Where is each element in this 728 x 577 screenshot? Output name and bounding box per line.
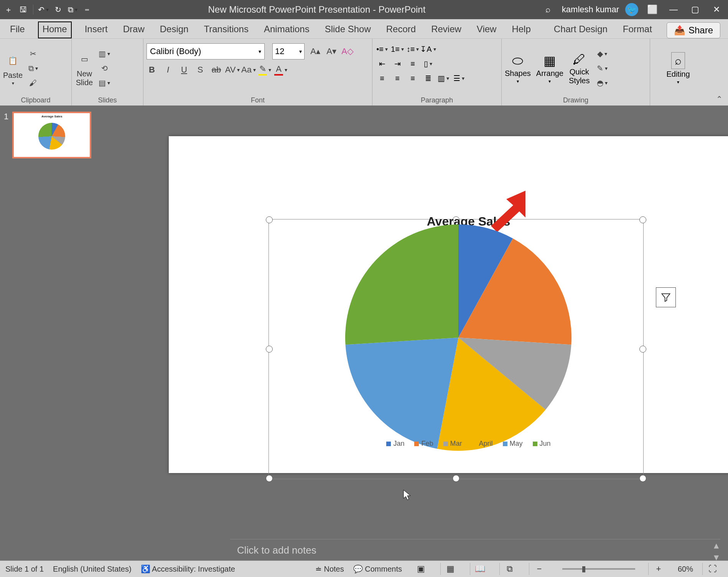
tab-record[interactable]: Record <box>384 22 418 38</box>
reset-icon[interactable]: ⟲ <box>97 62 112 75</box>
new-slide-button[interactable]: ▭ New Slide <box>75 49 94 87</box>
text-direction-icon[interactable]: ↧A <box>422 43 435 55</box>
line-spacing-icon[interactable]: ↕≡ <box>406 43 419 55</box>
zoom-slider-thumb[interactable] <box>582 566 585 572</box>
underline-button[interactable]: U <box>179 63 189 76</box>
chart-filter-button[interactable] <box>656 287 676 307</box>
slide-canvas[interactable]: Average Sales JanFebMarAprilMayJun <box>169 136 728 473</box>
legend-item-april[interactable]: April <box>472 440 493 448</box>
align-center-icon[interactable]: ≡ <box>391 73 404 84</box>
tab-chart-design[interactable]: Chart Design <box>552 22 610 38</box>
columns-icon[interactable]: ▥ <box>437 73 450 84</box>
arrange-button[interactable]: ▦ Arrange ▾ <box>536 53 563 84</box>
cut-icon[interactable]: ✂ <box>26 47 40 60</box>
justify-icon[interactable]: ≣ <box>422 73 435 84</box>
outdent-icon[interactable]: ≡ <box>406 58 419 69</box>
change-case-button[interactable]: Aa <box>243 63 254 76</box>
strikethrough-button[interactable]: ab <box>211 63 222 76</box>
status-language[interactable]: English (United States) <box>53 565 132 574</box>
layout-icon[interactable]: ▥ <box>97 47 112 60</box>
undo-button[interactable]: ↶ <box>37 3 49 16</box>
resize-handle-e[interactable] <box>639 346 646 353</box>
tab-help[interactable]: Help <box>509 22 533 38</box>
tab-home[interactable]: Home <box>38 21 72 38</box>
normal-view-icon[interactable]: ▣ <box>411 563 431 575</box>
align-right-icon[interactable]: ≡ <box>406 73 419 84</box>
resize-handle-se[interactable] <box>639 475 646 482</box>
slideshow-view-icon[interactable]: ⧉ <box>499 563 520 575</box>
chart-legend[interactable]: JanFebMarAprilMayJun <box>169 440 728 448</box>
tab-format[interactable]: Format <box>621 22 654 38</box>
increase-font-icon[interactable]: A▴ <box>310 45 321 58</box>
tab-slideshow[interactable]: Slide Show <box>323 22 373 38</box>
format-painter-icon[interactable]: 🖌 <box>26 76 40 89</box>
copy-icon[interactable]: ⧉ <box>26 62 40 75</box>
quick-styles-button[interactable]: 🖊 Quick Styles <box>569 52 590 85</box>
font-size-selector[interactable]: 12▾ <box>272 43 305 59</box>
tab-file[interactable]: File <box>8 22 27 38</box>
close-button[interactable]: ✕ <box>709 2 724 17</box>
decrease-font-icon[interactable]: A▾ <box>326 45 337 58</box>
maximize-button[interactable]: ▢ <box>687 2 703 17</box>
paste-button[interactable]: 📋 Paste ▾ <box>3 51 23 86</box>
scroll-up-icon[interactable]: ▴ <box>714 539 719 551</box>
font-name-selector[interactable]: Calibri (Body)▾ <box>147 43 265 59</box>
start-from-beginning-icon[interactable]: ⧉ <box>66 3 79 16</box>
autosave-toggle-icon[interactable]: ＋ <box>2 3 15 16</box>
tab-design[interactable]: Design <box>158 22 191 38</box>
tab-draw[interactable]: Draw <box>121 22 147 38</box>
ribbon-display-options-icon[interactable]: ⬜ <box>644 2 660 17</box>
fit-to-window-icon[interactable]: ⛶ <box>702 563 723 575</box>
legend-item-feb[interactable]: Feb <box>414 440 433 448</box>
shape-fill-icon[interactable]: ◆ <box>595 47 609 60</box>
increase-indent-icon[interactable]: ⇥ <box>391 58 404 69</box>
numbering-icon[interactable]: 1≡ <box>391 43 404 55</box>
minimize-button[interactable]: — <box>666 2 681 17</box>
shapes-button[interactable]: ⬭ Shapes ▾ <box>505 53 531 84</box>
zoom-level[interactable]: 60% <box>678 565 693 574</box>
slide-sorter-view-icon[interactable]: ▦ <box>440 563 461 575</box>
shape-outline-icon[interactable]: ✎ <box>595 62 609 75</box>
resize-handle-w[interactable] <box>266 346 273 353</box>
italic-button[interactable]: I <box>163 63 173 76</box>
decrease-indent-icon[interactable]: ⇤ <box>376 58 389 69</box>
tab-review[interactable]: Review <box>429 22 464 38</box>
legend-item-mar[interactable]: Mar <box>443 440 462 448</box>
tab-animations[interactable]: Animations <box>262 22 312 38</box>
legend-item-jan[interactable]: Jan <box>386 440 404 448</box>
section-icon[interactable]: ▤ <box>97 76 112 89</box>
zoom-in-button[interactable]: + <box>648 563 669 575</box>
status-slide-count[interactable]: Slide 1 of 1 <box>5 565 44 574</box>
char-spacing-button[interactable]: AV <box>227 63 238 76</box>
zoom-slider[interactable] <box>562 568 635 570</box>
shape-effects-icon[interactable]: ◓ <box>595 76 609 89</box>
shadow-button[interactable]: S <box>195 63 206 76</box>
search-icon[interactable]: ⌕ <box>540 2 556 17</box>
reading-view-icon[interactable]: 📖 <box>470 563 490 575</box>
scroll-down-icon[interactable]: ▾ <box>714 551 719 561</box>
customize-qat-icon[interactable]: ═ <box>81 3 93 16</box>
notes-pane[interactable]: Click to add notes ▴ ▾ <box>230 539 720 561</box>
clear-formatting-icon[interactable]: A◇ <box>342 45 353 58</box>
pie-chart[interactable] <box>345 224 572 451</box>
tab-insert[interactable]: Insert <box>82 22 110 38</box>
align-left-icon[interactable]: ≡ <box>376 73 389 84</box>
legend-item-may[interactable]: May <box>503 440 523 448</box>
tab-view[interactable]: View <box>474 22 499 38</box>
resize-handle-s[interactable] <box>453 475 460 482</box>
save-icon[interactable]: 🖫 <box>17 3 29 16</box>
font-color-button[interactable]: A <box>275 63 286 76</box>
notes-toggle-button[interactable]: ≐ Notes <box>315 564 344 574</box>
user-name[interactable]: kamlesh kumar <box>562 5 619 15</box>
collapse-ribbon-icon[interactable]: ⌃ <box>716 94 723 104</box>
bullets-icon[interactable]: •≡ <box>376 43 389 55</box>
share-button[interactable]: 📤 Share <box>667 22 720 38</box>
slide-thumbnail-1[interactable]: Average Sales <box>12 112 91 158</box>
user-avatar-icon[interactable]: 🐦 <box>625 3 638 16</box>
zoom-out-button[interactable]: − <box>529 563 549 575</box>
highlight-color-button[interactable]: ✎ <box>259 63 270 76</box>
smartart-convert-icon[interactable]: ☰ <box>452 73 465 84</box>
bold-button[interactable]: B <box>147 63 157 76</box>
legend-item-jun[interactable]: Jun <box>533 440 551 448</box>
redo-button[interactable]: ↻ <box>52 3 64 16</box>
